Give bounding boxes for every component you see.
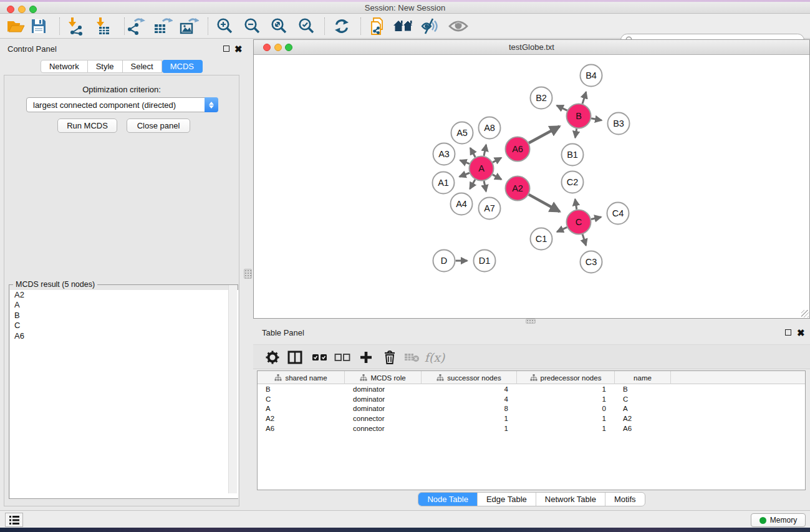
- column-header-shared-name[interactable]: shared name: [258, 371, 345, 384]
- edge-C-C3[interactable]: [582, 235, 586, 246]
- list-item[interactable]: A: [10, 300, 238, 310]
- zoom-fit-icon[interactable]: [269, 17, 290, 36]
- delete-columns-icon[interactable]: [379, 348, 400, 367]
- node-B2[interactable]: B2: [531, 87, 552, 109]
- edge-C-C2[interactable]: [575, 199, 577, 209]
- edge-A-A4[interactable]: [470, 180, 475, 189]
- window-minimize-button[interactable]: [18, 6, 26, 13]
- function-builder-icon[interactable]: f(x): [424, 348, 445, 367]
- column-header-mcds-role[interactable]: MCDS role: [345, 371, 422, 384]
- zoom-in-icon[interactable]: [215, 17, 236, 36]
- edge-B-B2[interactable]: [557, 105, 567, 110]
- node-C4[interactable]: C4: [607, 203, 629, 225]
- table-row[interactable]: Cdominator41C: [258, 394, 805, 404]
- node-A[interactable]: A: [470, 157, 494, 181]
- node-B[interactable]: B: [567, 104, 591, 128]
- close-panel-icon[interactable]: ✖: [234, 46, 243, 52]
- float-table-panel-icon[interactable]: [785, 329, 791, 336]
- network-view[interactable]: A5A8A3A1A4A7AA6A2BB2B4B3B1CC2C4C1C3DD1: [254, 55, 809, 318]
- list-item[interactable]: A6: [10, 331, 238, 341]
- node-D1[interactable]: D1: [474, 250, 496, 272]
- float-panel-icon[interactable]: [223, 46, 229, 52]
- tab-edge-table[interactable]: Edge Table: [478, 493, 536, 506]
- tab-mcds[interactable]: MCDS: [162, 60, 203, 73]
- node-C3[interactable]: C3: [581, 251, 602, 273]
- open-session-icon[interactable]: [5, 17, 26, 36]
- node-B1[interactable]: B1: [562, 144, 584, 166]
- window-titlebar[interactable]: Session: New Session: [0, 2, 810, 14]
- import-table-icon[interactable]: [93, 17, 114, 36]
- node-C[interactable]: C: [567, 210, 591, 235]
- node-A3[interactable]: A3: [433, 143, 455, 165]
- window-zoom-button[interactable]: [29, 6, 37, 13]
- tab-network[interactable]: Network: [41, 60, 88, 73]
- edge-A-A1[interactable]: [460, 173, 470, 177]
- node-A2[interactable]: A2: [506, 177, 530, 201]
- node-D[interactable]: D: [433, 250, 455, 272]
- run-mcds-button[interactable]: Run MCDS: [57, 118, 117, 133]
- hide-graphics-details-icon[interactable]: [420, 17, 441, 36]
- list-item[interactable]: B: [10, 311, 238, 321]
- result-scrollbar[interactable]: [228, 285, 237, 493]
- table-row[interactable]: A6connector11A6: [258, 423, 805, 433]
- edge-C-C1[interactable]: [557, 227, 567, 231]
- select-all-columns-icon[interactable]: [309, 348, 330, 367]
- browse-columns-icon[interactable]: [284, 348, 306, 367]
- close-panel-button[interactable]: Close panel: [127, 118, 190, 133]
- zoom-selected-icon[interactable]: [296, 17, 317, 36]
- unselect-all-columns-icon[interactable]: [332, 348, 353, 367]
- save-session-icon[interactable]: [28, 17, 49, 36]
- edge-A2-C[interactable]: [529, 195, 560, 211]
- network-window-titlebar[interactable]: testGlobe.txt: [254, 40, 809, 55]
- tab-motifs[interactable]: Motifs: [605, 493, 645, 506]
- memory-button[interactable]: Memory: [751, 513, 806, 527]
- show-view-icon[interactable]: [448, 17, 469, 36]
- edge-A-A6[interactable]: [493, 158, 501, 162]
- edge-A-A8[interactable]: [484, 145, 486, 156]
- edge-B-B4[interactable]: [582, 92, 586, 104]
- tab-network-table[interactable]: Network Table: [536, 493, 605, 506]
- network-zoom-button[interactable]: [285, 44, 292, 51]
- tab-node-table[interactable]: Node Table: [418, 493, 478, 506]
- column-header-name[interactable]: name: [615, 371, 671, 384]
- zoom-out-icon[interactable]: [242, 17, 263, 36]
- criterion-dropdown[interactable]: largest connected component (directed): [26, 97, 218, 112]
- tab-select[interactable]: Select: [123, 60, 162, 73]
- edge-B-B1[interactable]: [575, 128, 576, 137]
- edge-A-A3[interactable]: [460, 160, 470, 164]
- edge-A-A7[interactable]: [484, 181, 486, 191]
- cybrowser-home-icon[interactable]: [393, 17, 414, 36]
- column-header-predecessor-nodes[interactable]: predecessor nodes: [517, 371, 615, 384]
- node-B3[interactable]: B3: [608, 113, 630, 135]
- list-item[interactable]: A2: [10, 290, 238, 300]
- node-A5[interactable]: A5: [451, 122, 473, 144]
- edge-C-C4[interactable]: [591, 217, 601, 220]
- node-A8[interactable]: A8: [479, 117, 501, 139]
- window-close-button[interactable]: [7, 6, 14, 13]
- tab-style[interactable]: Style: [88, 60, 123, 73]
- table-row[interactable]: A2connector11A2: [258, 414, 805, 423]
- mcds-result-list[interactable]: A2ABCA6: [10, 290, 238, 498]
- delete-table-icon[interactable]: [402, 348, 423, 367]
- refresh-view-icon[interactable]: [331, 17, 352, 36]
- column-header-successor-nodes[interactable]: successor nodes: [422, 371, 517, 384]
- node-A6[interactable]: A6: [506, 137, 530, 162]
- list-item[interactable]: C: [10, 321, 238, 331]
- node-table[interactable]: shared nameMCDS rolesuccessor nodesprede…: [257, 370, 806, 490]
- clone-network-icon[interactable]: [367, 17, 388, 36]
- table-settings-icon[interactable]: [262, 348, 283, 367]
- export-image-icon[interactable]: [178, 17, 200, 36]
- resize-grip-icon[interactable]: [801, 310, 809, 317]
- table-row[interactable]: Adominator80A: [258, 404, 805, 414]
- node-A4[interactable]: A4: [451, 193, 473, 215]
- close-table-panel-icon[interactable]: ✖: [797, 330, 805, 336]
- export-table-icon[interactable]: [152, 17, 173, 36]
- show-panel-list-button[interactable]: [5, 513, 23, 527]
- add-column-icon[interactable]: [355, 348, 377, 367]
- edge-A6-B[interactable]: [529, 127, 559, 143]
- import-network-icon[interactable]: [65, 17, 86, 36]
- node-A1[interactable]: A1: [433, 172, 455, 194]
- horizontal-splitter-grip[interactable]: [526, 319, 536, 324]
- edge-B-B3[interactable]: [591, 118, 602, 120]
- node-C1[interactable]: C1: [531, 228, 552, 250]
